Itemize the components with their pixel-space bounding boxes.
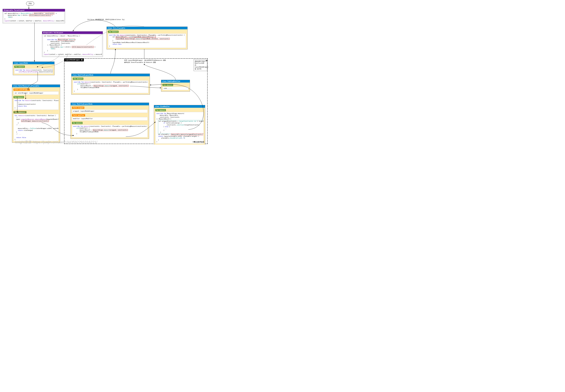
parent-layout-box: @Composable ParentLayout val measurePoli… (2, 9, 65, 23)
parent-layout-header: @Composable ParentLayout (3, 9, 65, 12)
child-layout-code: val measurePolicy = object : MeasurePoli… (43, 34, 102, 56)
outer-box: class OuterMeasurablePlaceable field out… (12, 84, 60, 143)
inner-fun-measure: fun measure (108, 31, 119, 33)
watermark: knight康康 https://juejin.cn/user/19435922… (15, 140, 97, 145)
size-header: class SizeModifer (154, 105, 205, 108)
inner-placeable-header: class InnerPlaceable (107, 27, 187, 29)
size-fun: fun measure (155, 109, 166, 111)
layoutnode-header: class LayoutNode (13, 62, 54, 64)
mod1-box: class ModifiedLayoutNode fun measure ove… (71, 74, 150, 95)
outer-field-code: var outerWrapper: LayoutNodeWrapper (14, 91, 59, 95)
size-box: class SizeModifer fun measure override f… (154, 105, 205, 145)
padding-box: class PaddingModifier fun measure code..… (161, 80, 190, 92)
outer-field: field outerWrapper (14, 88, 30, 91)
outer-fun1: fun measure (14, 96, 24, 98)
padding-code: code...... (163, 87, 189, 90)
mod2-fun: fun measure (72, 122, 83, 124)
start-node: 开始 (26, 2, 34, 5)
wrapper-chain-label: LayoutNodeWrapper 链 (64, 58, 84, 61)
mod1-fun: fun measure (73, 78, 83, 80)
outer-header: class OuterMeasurablePlaceable (12, 85, 60, 87)
note-fold-icon (205, 59, 207, 61)
size-code: override fun MeasureScope.measure( measu… (155, 112, 204, 144)
parent-layout-code: val measurePolicy = MeasurePolicy { meas… (3, 12, 64, 23)
layoutnode-fun: fun measure (14, 66, 25, 68)
mod1-header: class ModifiedLayoutNode (71, 74, 150, 76)
layoutnode-code: override fun measure(constraints: Constr… (14, 69, 53, 74)
padding-header: class PaddingModifier (161, 80, 190, 83)
inner-placeable-box: class InnerPlaceable fun measure overrid… (107, 27, 188, 49)
outer-fun2: fun remeasure (14, 111, 27, 113)
mod2-f1-code: wrapped: LayoutNodeWrapper (72, 110, 148, 113)
annotation-chain: 经历 LayoutNodeWrapper 链上的所有节点的measure 函数 … (124, 59, 166, 63)
child-layout-box: @Composable ChildLayout val measurePolic… (42, 31, 103, 57)
mod2-code: override fun measure(constraints: Constr… (72, 125, 148, 137)
outer-fun1-code: override fun measure(constraints: Constr… (14, 99, 59, 110)
mod2-f1: field wrapped (72, 107, 84, 109)
mod2-box: class ModifiedLayoutNode field wrapped w… (70, 103, 149, 139)
community-label: ©稀土技术社区 (193, 141, 204, 143)
mod1-code: override fun measure(constraints: Constr… (73, 81, 148, 93)
padding-fun: fun measure (163, 84, 173, 86)
note-text: 根据设置不同的Modifier经历 的LayoutNodeWrapper链 也不… (195, 60, 208, 70)
note-modifier: 根据设置不同的Modifier经历 的LayoutNodeWrapper链 也不… (194, 59, 207, 71)
annotation-children: Children 继续重复流程，直到节点没有children 为止 (87, 19, 125, 21)
mod2-header: class ModifiedLayoutNode (71, 103, 149, 105)
mod2-f2: field modifier (72, 114, 85, 116)
outer-fun2-code: fun remeasure(constraints: Constraints):… (14, 114, 59, 141)
layoutnode-box: class LayoutNode fun measure override fu… (13, 62, 55, 75)
child-layout-header: @Composable ChildLayout (42, 31, 103, 34)
mod2-f2-code: modifier: LayoutModifier (72, 117, 148, 120)
inner-code: override fun measure(constraints: Constr… (108, 33, 186, 48)
